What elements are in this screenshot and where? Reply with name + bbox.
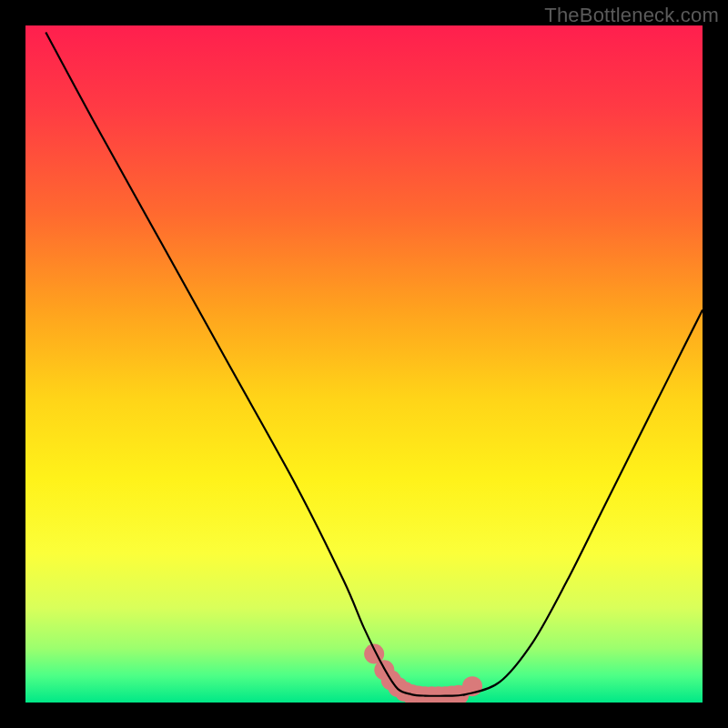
curve-line <box>46 32 703 695</box>
watermark-text: TheBottleneck.com <box>544 4 719 27</box>
chart-stage: TheBottleneck.com <box>0 0 728 728</box>
chart-overlay <box>25 25 703 703</box>
plot-area <box>25 25 703 703</box>
